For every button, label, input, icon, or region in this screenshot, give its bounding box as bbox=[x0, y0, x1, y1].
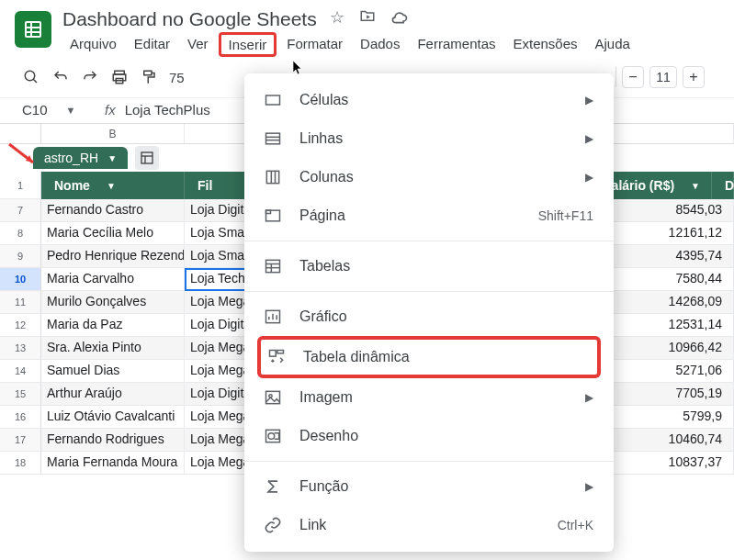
cell-nome[interactable]: Luiz Otávio Cavalcanti bbox=[41, 406, 185, 429]
svg-rect-13 bbox=[266, 95, 280, 105]
shortcut-label: Shift+F11 bbox=[538, 208, 593, 223]
pivot-icon bbox=[266, 347, 287, 367]
cell-filial[interactable]: Loja Mega bbox=[185, 452, 247, 475]
chevron-down-icon[interactable]: ▼ bbox=[691, 181, 700, 191]
menu-dados[interactable]: Dados bbox=[353, 32, 407, 57]
row-header[interactable]: 7 bbox=[0, 199, 41, 222]
move-folder-icon[interactable] bbox=[359, 7, 376, 30]
search-icon[interactable] bbox=[22, 68, 40, 86]
document-title[interactable]: Dashboard no Google Sheets bbox=[62, 8, 317, 30]
row-header[interactable]: 15 bbox=[0, 383, 41, 406]
menu-item-rows[interactable]: Linhas▶ bbox=[244, 119, 614, 158]
cell-nome[interactable]: Murilo Gonçalves bbox=[41, 291, 185, 314]
cell-filial[interactable]: Loja TechP bbox=[185, 268, 247, 291]
star-icon[interactable]: ☆ bbox=[330, 7, 344, 30]
menu-ferramentas[interactable]: Ferramentas bbox=[410, 32, 503, 57]
menu-item-cells[interactable]: Células▶ bbox=[244, 81, 614, 119]
menu-item-label: Página bbox=[299, 207, 345, 224]
row-header[interactable]: 12 bbox=[0, 314, 41, 337]
row-header[interactable]: 10 bbox=[0, 268, 41, 291]
row-header[interactable]: 13 bbox=[0, 337, 41, 360]
cell-nome[interactable]: Fernando Rodrigues bbox=[41, 429, 185, 452]
chevron-down-icon[interactable]: ▼ bbox=[107, 181, 116, 191]
menu-item-label: Células bbox=[299, 92, 348, 108]
column-header-filial[interactable]: Fil bbox=[185, 172, 247, 199]
cell-filial[interactable]: Loja Digita bbox=[185, 199, 247, 222]
cell-nome[interactable]: Samuel Dias bbox=[41, 360, 185, 383]
redo-icon[interactable] bbox=[81, 68, 99, 86]
table-view-icon[interactable] bbox=[135, 146, 159, 170]
submenu-arrow-icon: ▶ bbox=[585, 391, 593, 404]
row-header[interactable]: 14 bbox=[0, 360, 41, 383]
row-header[interactable]: 16 bbox=[0, 406, 41, 429]
formula-bar-value[interactable]: Loja TechPlus bbox=[125, 102, 210, 118]
undo-icon[interactable] bbox=[51, 68, 70, 86]
menu-item-sigma[interactable]: Função▶ bbox=[244, 467, 614, 506]
zoom-value[interactable]: 75 bbox=[169, 70, 185, 85]
menu-item-label: Gráfico bbox=[299, 308, 347, 325]
paint-format-icon[interactable] bbox=[140, 68, 158, 86]
menu-arquivo[interactable]: Arquivo bbox=[62, 32, 124, 57]
cell-nome[interactable]: Maria Fernanda Moura bbox=[41, 452, 185, 475]
menu-item-drawing[interactable]: Desenho bbox=[244, 417, 614, 455]
submenu-arrow-icon: ▶ bbox=[585, 94, 593, 106]
column-header-b[interactable]: B bbox=[41, 124, 185, 143]
font-size-decrease[interactable]: − bbox=[622, 66, 644, 88]
menu-item-page[interactable]: PáginaShift+F11 bbox=[244, 196, 614, 235]
cell-nome[interactable]: Maria da Paz bbox=[41, 314, 185, 337]
cell-nome[interactable]: Maria Carvalho bbox=[41, 268, 185, 291]
select-all-corner[interactable] bbox=[0, 124, 41, 143]
font-size-increase[interactable]: + bbox=[683, 66, 705, 88]
menu-item-chart[interactable]: Gráfico bbox=[244, 297, 614, 336]
menu-ver[interactable]: Ver bbox=[180, 32, 216, 57]
row-header[interactable]: 1 bbox=[0, 172, 41, 199]
chevron-down-icon[interactable]: ▼ bbox=[107, 153, 117, 163]
cell-filial[interactable]: Loja Smart bbox=[185, 222, 247, 245]
menu-item-cols[interactable]: Colunas▶ bbox=[244, 158, 614, 196]
cell-nome[interactable]: Fernando Castro bbox=[41, 199, 185, 222]
menu-item-table[interactable]: Tabelas bbox=[244, 247, 614, 286]
cols-icon bbox=[263, 167, 283, 187]
cloud-status-icon[interactable] bbox=[390, 7, 409, 30]
cell-filial[interactable]: Loja Digita bbox=[185, 314, 247, 337]
menu-item-label: Função bbox=[299, 478, 348, 495]
column-header-nome[interactable]: Nome▼ bbox=[41, 172, 185, 199]
cell-nome[interactable]: Arthur Araújo bbox=[41, 383, 185, 406]
cell-filial[interactable]: Loja Mega bbox=[185, 406, 247, 429]
menu-editar[interactable]: Editar bbox=[127, 32, 177, 57]
row-header[interactable]: 9 bbox=[0, 245, 41, 268]
cell-filial[interactable]: Loja Mega bbox=[185, 291, 247, 314]
menu-item-label: Tabelas bbox=[299, 258, 350, 274]
cell-reference[interactable]: C10▼ bbox=[22, 102, 96, 118]
cell-filial[interactable]: Loja Smart bbox=[185, 245, 247, 268]
cell-filial[interactable]: Loja Mega bbox=[185, 360, 247, 383]
row-header[interactable]: 8 bbox=[0, 222, 41, 245]
sigma-icon bbox=[263, 476, 283, 497]
menu-item-pivot[interactable]: Tabela dinâmica bbox=[257, 336, 601, 378]
font-size-value[interactable]: 11 bbox=[649, 66, 677, 88]
svg-point-4 bbox=[25, 71, 35, 81]
menu-item-image[interactable]: Imagem▶ bbox=[244, 378, 614, 417]
cell-nome[interactable]: Pedro Henrique Rezende bbox=[41, 245, 185, 268]
menu-ajuda[interactable]: Ajuda bbox=[588, 32, 638, 57]
svg-point-35 bbox=[268, 433, 275, 440]
column-header-c[interactable] bbox=[185, 124, 247, 143]
table-chip[interactable]: astro_RH ▼ bbox=[33, 147, 128, 169]
cell-filial[interactable]: Loja Digita bbox=[185, 383, 247, 406]
menu-extensões[interactable]: Extensões bbox=[505, 32, 584, 57]
menu-item-link[interactable]: LinkCtrl+K bbox=[244, 506, 614, 544]
sheets-logo-icon[interactable] bbox=[15, 11, 51, 48]
column-header-data[interactable]: D bbox=[712, 172, 734, 199]
row-header[interactable]: 17 bbox=[0, 429, 41, 452]
row-header[interactable]: 11 bbox=[0, 291, 41, 314]
cell-filial[interactable]: Loja Mega bbox=[185, 337, 247, 360]
menu-inserir[interactable]: Inserir bbox=[219, 32, 277, 57]
print-icon[interactable] bbox=[110, 68, 129, 86]
cell-nome[interactable]: Sra. Alexia Pinto bbox=[41, 337, 185, 360]
image-icon bbox=[263, 387, 283, 408]
cell-filial[interactable]: Loja Mega bbox=[185, 429, 247, 452]
chevron-down-icon[interactable]: ▼ bbox=[66, 105, 76, 116]
row-header[interactable]: 18 bbox=[0, 452, 41, 475]
cell-nome[interactable]: Maria Cecília Melo bbox=[41, 222, 185, 245]
menu-formatar[interactable]: Formatar bbox=[279, 32, 350, 57]
